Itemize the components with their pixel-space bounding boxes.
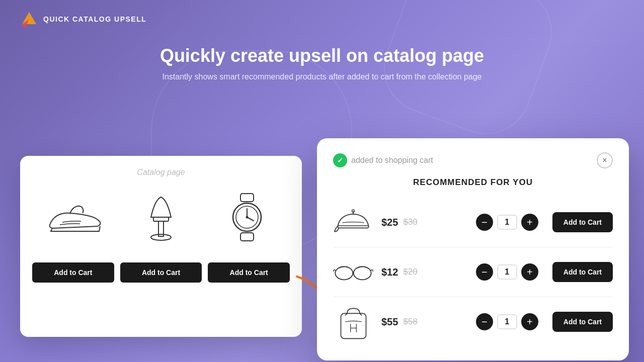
- add-to-cart-upsell-bag[interactable]: Add to Cart: [552, 312, 613, 332]
- price-group-bag: $55 $58: [381, 316, 432, 328]
- qty-control-bag: − 1 +: [476, 313, 538, 330]
- recommended-title: RECOMMENDED FOR YOU: [333, 177, 613, 188]
- svg-point-15: [354, 266, 371, 280]
- price-current-glasses: $12: [381, 266, 398, 278]
- header: QUICK CATALOG UPSELL: [20, 10, 146, 28]
- price-old-cap: $30: [403, 217, 417, 227]
- svg-point-14: [335, 266, 353, 280]
- qty-decrease-glasses[interactable]: −: [476, 263, 493, 281]
- svg-marker-0: [22, 12, 36, 24]
- hero-subtitle: Instantly shows smart recommended produc…: [0, 72, 644, 81]
- product-row-cap: $25 $30 − 1 + Add to Cart: [333, 198, 613, 247]
- product-row-glasses: $12 $20 − 1 + Add to Cart: [333, 247, 613, 297]
- qty-decrease-bag[interactable]: −: [476, 313, 493, 330]
- add-to-cart-upsell-cap[interactable]: Add to Cart: [552, 212, 613, 232]
- price-group-cap: $25 $30: [381, 217, 432, 228]
- svg-rect-6: [240, 233, 254, 241]
- qty-value-glasses: 1: [497, 264, 517, 280]
- add-to-cart-button-2[interactable]: Add to Cart: [120, 262, 202, 283]
- logo-icon: [20, 10, 38, 28]
- product-image-glasses: [333, 254, 373, 290]
- catalog-buttons: Add to Cart Add to Cart Add to Cart: [32, 262, 290, 283]
- qty-increase-cap[interactable]: +: [521, 214, 538, 231]
- hero-title: Quickly create upsell on catalog page: [0, 45, 644, 66]
- product-lamp: [126, 187, 196, 247]
- price-old-glasses: $20: [403, 267, 417, 277]
- catalog-products: [32, 187, 290, 247]
- qty-value-bag: 1: [497, 314, 517, 329]
- modal-header: ✓ added to shopping cart ×: [333, 152, 613, 168]
- catalog-label: Catalog page: [32, 168, 290, 177]
- product-image-cap: [333, 205, 373, 240]
- product-shoe: [40, 187, 110, 247]
- hero-section: Quickly create upsell on catalog page In…: [0, 45, 644, 81]
- added-to-cart-text: added to shopping cart: [351, 156, 433, 165]
- product-watch: [212, 187, 282, 247]
- product-row-bag: $55 $58 − 1 + Add to Cart: [333, 297, 613, 346]
- svg-point-11: [246, 216, 248, 219]
- app-title: QUICK CATALOG UPSELL: [43, 15, 146, 23]
- price-current-cap: $25: [381, 217, 398, 228]
- svg-rect-2: [153, 217, 169, 221]
- qty-decrease-cap[interactable]: −: [476, 214, 493, 231]
- qty-control-glasses: − 1 +: [476, 263, 538, 281]
- add-to-cart-button-1[interactable]: Add to Cart: [32, 262, 114, 283]
- price-old-bag: $58: [403, 317, 417, 327]
- add-to-cart-button-3[interactable]: Add to Cart: [208, 262, 290, 283]
- qty-control-cap: − 1 +: [476, 214, 538, 231]
- svg-rect-5: [240, 194, 254, 202]
- price-current-bag: $55: [381, 316, 398, 328]
- upsell-modal: ✓ added to shopping cart × RECOMMENDED F…: [317, 138, 629, 360]
- check-icon: ✓: [333, 153, 347, 167]
- svg-point-4: [151, 234, 171, 240]
- close-button[interactable]: ×: [597, 152, 613, 168]
- product-image-bag: [333, 304, 373, 339]
- catalog-card: Catalog page: [20, 156, 302, 337]
- price-group-glasses: $12 $20: [381, 266, 432, 278]
- added-to-cart-message: ✓ added to shopping cart: [333, 153, 433, 167]
- qty-increase-glasses[interactable]: +: [521, 263, 538, 281]
- add-to-cart-upsell-glasses[interactable]: Add to Cart: [552, 262, 613, 282]
- qty-value-cap: 1: [497, 215, 517, 230]
- svg-rect-16: [341, 313, 366, 338]
- qty-increase-bag[interactable]: +: [521, 313, 538, 330]
